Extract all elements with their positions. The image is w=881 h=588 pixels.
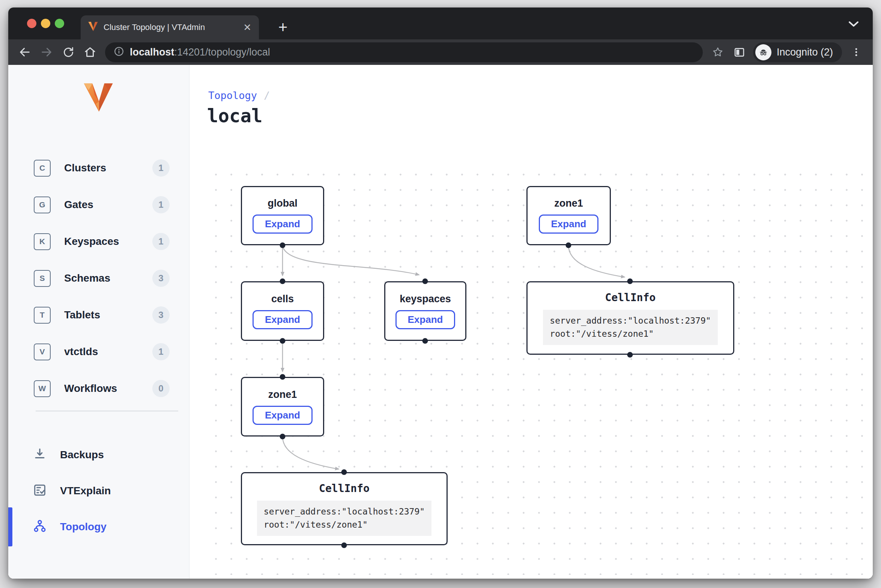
code-line: server_address:"localhost:2379" [550,314,711,327]
back-button[interactable] [14,42,35,63]
expand-button-zone1-top[interactable]: Expand [539,214,599,234]
workflows-icon: W [34,380,51,397]
tab-title: Cluster Topology | VTAdmin [104,22,238,32]
vtctlds-icon: V [34,344,51,360]
tab-close-icon[interactable]: ✕ [243,22,251,32]
clusters-icon: C [34,160,51,177]
sidebar-item-tablets[interactable]: T Tablets 3 [8,297,189,333]
sidebar-item-backups[interactable]: Backups [8,437,189,473]
expand-button-global[interactable]: Expand [253,214,313,234]
sidebar: C Clusters 1 G Gates 1 K Keyspaces 1 S S… [8,65,189,579]
count-badge: 1 [152,159,170,177]
minimize-window-button[interactable] [41,19,50,28]
sidebar-item-gates[interactable]: G Gates 1 [8,186,189,223]
tab-search-chevron-icon[interactable] [847,20,860,29]
incognito-label: Incognito (2) [777,46,833,58]
browser-menu-kebab-icon[interactable] [846,42,867,63]
code-line: root:"/vitess/zone1" [550,327,711,340]
connection-port [422,279,428,284]
expand-button-cells[interactable]: Expand [253,310,313,329]
sidebar-item-label: Topology [60,521,107,533]
traffic-lights [27,19,64,28]
node-title: keyspaces [400,293,451,305]
browser-tab[interactable]: Cluster Topology | VTAdmin ✕ [81,15,259,39]
incognito-badge[interactable]: Incognito (2) [753,42,842,62]
expand-button-zone1-lower[interactable]: Expand [253,406,313,425]
node-title: zone1 [554,198,583,209]
sidebar-item-label: Clusters [64,162,139,174]
side-panel-icon[interactable] [729,42,750,63]
incognito-avatar [755,44,771,60]
sidebar-item-keyspaces[interactable]: K Keyspaces 1 [8,223,189,260]
sidebar-item-label: Keyspaces [64,236,139,248]
vitess-favicon-icon [88,22,98,33]
sidebar-item-label: vtctlds [64,346,139,358]
forward-button[interactable] [36,42,57,63]
tab-strip: Cluster Topology | VTAdmin ✕ + [8,8,873,39]
count-badge: 1 [152,343,170,360]
connection-port [280,434,286,440]
node-title: cells [271,293,294,305]
bookmark-star-icon[interactable] [707,42,728,63]
graph-node-zone1-top: zone1 Expand [526,186,611,245]
home-button[interactable] [80,42,101,63]
active-nav-indicator [8,507,12,546]
count-badge: 0 [152,380,170,397]
connection-port [280,338,286,344]
connection-port [422,338,428,344]
sidebar-item-topology[interactable]: Topology [8,509,189,545]
vtadmin-app: C Clusters 1 G Gates 1 K Keyspaces 1 S S… [8,65,873,579]
connection-port [280,243,286,248]
site-info-icon[interactable] [113,46,125,58]
sidebar-item-label: Workflows [64,382,139,394]
sidebar-item-vtexplain[interactable]: VTExplain [8,473,189,509]
browser-window: Cluster Topology | VTAdmin ✕ + localhost… [8,8,873,579]
url-path: :14201/topology/local [174,46,270,58]
gates-icon: G [34,196,51,213]
zoom-window-button[interactable] [55,19,64,28]
new-tab-button[interactable]: + [271,15,295,39]
graph-node-cellinfo-zone1: CellInfo server_address:"localhost:2379"… [526,281,734,355]
vitess-logo [83,83,114,114]
url-bar[interactable]: localhost:14201/topology/local [105,42,703,62]
download-icon [32,447,47,463]
sidebar-item-label: Schemas [64,272,139,284]
code-line: root:"/vitess/zone1" [264,518,425,531]
connection-port [341,543,347,548]
edge-global-keyspaces [283,245,419,275]
sidebar-nav: C Clusters 1 G Gates 1 K Keyspaces 1 S S… [8,150,189,407]
url-text: localhost:14201/topology/local [130,46,270,58]
reload-button[interactable] [58,42,79,63]
node-title: zone1 [268,389,297,400]
incognito-spy-icon [758,47,768,57]
sidebar-item-label: Tablets [64,309,139,321]
browser-toolbar: localhost:14201/topology/local Incognito… [8,39,873,65]
topology-icon [32,519,47,535]
node-title: CellInfo [605,291,656,304]
graph-node-cellinfo-lower: CellInfo server_address:"localhost:2379"… [241,472,448,545]
sidebar-item-label: VTExplain [60,485,111,497]
graph-node-keyspaces: keyspaces Expand [384,281,466,341]
code-line: server_address:"localhost:2379" [264,505,425,518]
graph-node-cells: cells Expand [241,281,324,341]
node-title: global [268,198,298,209]
sidebar-item-schemas[interactable]: S Schemas 3 [8,260,189,297]
expand-button-keyspaces[interactable]: Expand [395,310,456,329]
cellinfo-code: server_address:"localhost:2379"root:"/vi… [257,501,431,536]
count-badge: 3 [152,270,170,287]
sidebar-tools: Backups VTExplain Topology [8,437,189,545]
main-content: Topology/ local global Expan [189,65,873,579]
connection-port [280,279,286,284]
sidebar-item-vtctlds[interactable]: V vtctlds 1 [8,333,189,370]
sidebar-item-label: Backups [60,449,104,461]
connection-port [341,470,347,475]
close-window-button[interactable] [27,19,36,28]
cellinfo-code: server_address:"localhost:2379"root:"/vi… [543,310,717,345]
sidebar-item-workflows[interactable]: W Workflows 0 [8,370,189,407]
sidebar-divider [36,411,178,411]
connection-port [280,374,286,380]
sidebar-item-clusters[interactable]: C Clusters 1 [8,150,189,186]
explain-checklist-icon [32,483,47,499]
connection-port [627,279,633,284]
edge-zone1top-cellinfo [568,245,625,277]
